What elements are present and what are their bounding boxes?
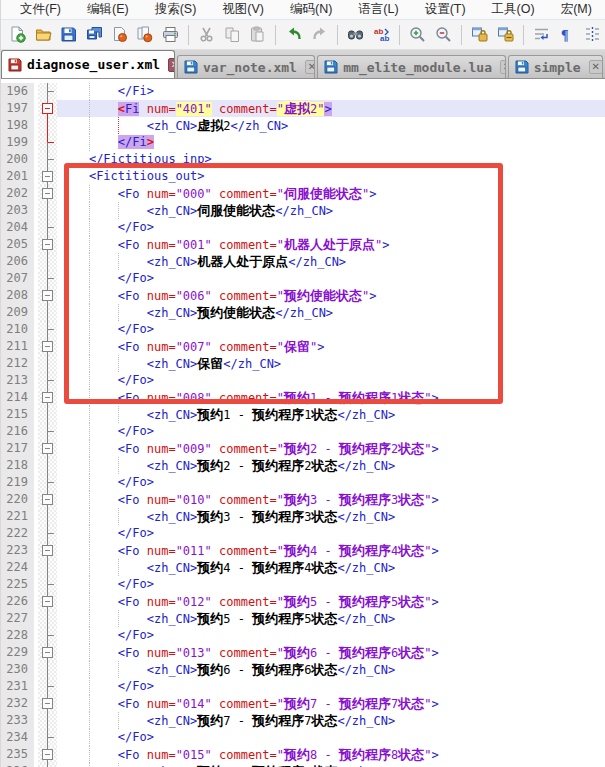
fold-toggle-icon[interactable] — [38, 236, 57, 253]
code-line-231[interactable]: 231 </Fo> — [1, 678, 605, 695]
tab-close-icon[interactable]: ✕ — [305, 60, 315, 74]
fold-toggle-icon[interactable] — [38, 389, 57, 406]
paste-icon — [248, 25, 267, 45]
menu-language[interactable]: 语言(L) — [345, 0, 411, 19]
code-line-219[interactable]: 219 </Fo> — [1, 474, 605, 491]
code-line-228[interactable]: 228 </Fo> — [1, 627, 605, 644]
new-file-icon[interactable] — [8, 25, 27, 45]
code-line-214[interactable]: 214 <Fo num="008" comment="预约1 - 预约程序1状态… — [1, 389, 605, 406]
menu-file[interactable]: 文件(F) — [7, 0, 74, 19]
tab-close-icon[interactable]: ✕ — [500, 60, 506, 74]
save-icon[interactable] — [59, 25, 78, 45]
fold-toggle-icon[interactable] — [38, 491, 57, 508]
code-line-207[interactable]: 207 </Fo> — [1, 270, 605, 287]
code-line-232[interactable]: 232 <Fo num="014" comment="预约7 - 预约程序7状态… — [1, 695, 605, 712]
fold-toggle-icon[interactable] — [38, 542, 57, 559]
code-line-202[interactable]: 202 <Fo num="000" comment="伺服使能状态"> — [1, 185, 605, 202]
menu-settings[interactable]: 设置(T) — [412, 0, 479, 19]
code-line-212[interactable]: 212 <zh_CN>保留</zh_CN> — [1, 355, 605, 372]
code-line-211[interactable]: 211 <Fo num="007" comment="保留"> — [1, 338, 605, 355]
menu-macro[interactable]: 宏(M) — [548, 0, 605, 19]
code-editor[interactable]: 196 </Fi>197 <Fi num="401" comment="虚拟2"… — [1, 79, 605, 767]
fold-toggle-icon[interactable] — [38, 440, 57, 457]
code-line-210[interactable]: 210 </Fo> — [1, 321, 605, 338]
tab-bar: diagnose_user.xml✕var_note.xml✕mm_elite_… — [1, 50, 605, 79]
undo-icon[interactable] — [284, 25, 303, 45]
code-line-230[interactable]: 230 <zh_CN>预约6 - 预约程序6状态</zh_CN> — [1, 661, 605, 678]
tab-simple[interactable]: simple✕ — [508, 55, 603, 78]
code-line-197[interactable]: 197 <Fi num="401" comment="虚拟2"> — [1, 100, 605, 117]
code-line-236[interactable]: 236 <zh_CN>预约8 - 预约程序8状态</zh_CN> — [1, 763, 605, 767]
code-line-198[interactable]: 198 <zh_CN>虚拟2</zh_CN> — [1, 117, 605, 134]
tab-mm_elite_module.lua[interactable]: mm_elite_module.lua✕ — [317, 55, 505, 78]
code-line-204[interactable]: 204 </Fo> — [1, 219, 605, 236]
find-icon[interactable] — [346, 25, 365, 45]
menu-tools[interactable]: 工具(O) — [479, 0, 548, 19]
code-line-201[interactable]: 201 <Fictitious_out> — [1, 168, 605, 185]
word-wrap-icon[interactable] — [532, 25, 551, 45]
code-line-227[interactable]: 227 <zh_CN>预约5 - 预约程序5状态</zh_CN> — [1, 610, 605, 627]
code-line-199[interactable]: 199 </Fi> — [1, 134, 605, 151]
fold-toggle-icon[interactable] — [38, 644, 57, 661]
close-icon[interactable] — [110, 25, 129, 45]
code-line-206[interactable]: 206 <zh_CN>机器人处于原点</zh_CN> — [1, 253, 605, 270]
show-all-chars-icon[interactable]: ¶ — [557, 25, 576, 45]
code-line-209[interactable]: 209 <zh_CN>预约使能状态</zh_CN> — [1, 304, 605, 321]
sync-scroll-h-icon[interactable] — [495, 25, 514, 45]
tab-var_note.xml[interactable]: var_note.xml✕ — [177, 55, 315, 78]
indent-guide-line — [89, 423, 90, 440]
fold-margin — [38, 202, 57, 219]
code-line-215[interactable]: 215 <zh_CN>预约1 - 预约程序1状态</zh_CN> — [1, 406, 605, 423]
code-line-216[interactable]: 216 </Fo> — [1, 423, 605, 440]
zoom-out-icon[interactable] — [433, 25, 452, 45]
tab-close-icon[interactable]: ✕ — [168, 58, 175, 72]
menu-encoding[interactable]: 编码(N) — [277, 0, 345, 19]
tab-diagnose_user.xml[interactable]: diagnose_user.xml✕ — [1, 50, 175, 78]
code-line-229[interactable]: 229 <Fo num="013" comment="预约6 - 预约程序6状态… — [1, 644, 605, 661]
replace-icon[interactable]: abab — [372, 25, 391, 45]
code-text: </Fo> — [57, 372, 605, 389]
close-all-icon[interactable] — [135, 25, 154, 45]
open-file-icon[interactable] — [33, 25, 52, 45]
code-line-213[interactable]: 213 </Fo> — [1, 372, 605, 389]
line-number: 202 — [1, 185, 34, 202]
fold-toggle-icon[interactable] — [38, 338, 57, 355]
menu-search[interactable]: 搜索(S) — [142, 0, 210, 19]
sync-scroll-v-icon[interactable] — [470, 25, 489, 45]
code-line-233[interactable]: 233 <zh_CN>预约7 - 预约程序7状态</zh_CN> — [1, 712, 605, 729]
code-line-200[interactable]: 200 </Fictitious_inp> — [1, 151, 605, 168]
code-line-208[interactable]: 208 <Fo num="006" comment="预约使能状态"> — [1, 287, 605, 304]
code-line-223[interactable]: 223 <Fo num="011" comment="预约4 - 预约程序4状态… — [1, 542, 605, 559]
code-line-224[interactable]: 224 <zh_CN>预约4 - 预约程序4状态</zh_CN> — [1, 559, 605, 576]
code-line-205[interactable]: 205 <Fo num="001" comment="机器人处于原点"> — [1, 236, 605, 253]
code-line-220[interactable]: 220 <Fo num="010" comment="预约3 - 预约程序3状态… — [1, 491, 605, 508]
fold-toggle-icon[interactable] — [38, 695, 57, 712]
fold-toggle-icon[interactable] — [38, 168, 57, 185]
code-line-203[interactable]: 203 <zh_CN>伺服使能状态</zh_CN> — [1, 202, 605, 219]
tab-close-icon[interactable]: ✕ — [589, 60, 603, 74]
fold-margin — [38, 678, 57, 695]
fold-toggle-icon[interactable] — [38, 746, 57, 763]
code-line-235[interactable]: 235 <Fo num="015" comment="预约8 - 预约程序8状态… — [1, 746, 605, 763]
code-line-217[interactable]: 217 <Fo num="009" comment="预约2 - 预约程序2状态… — [1, 440, 605, 457]
menu-view[interactable]: 视图(V) — [209, 0, 277, 19]
fold-toggle-icon[interactable] — [38, 593, 57, 610]
code-line-225[interactable]: 225 </Fo> — [1, 576, 605, 593]
code-line-218[interactable]: 218 <zh_CN>预约2 - 预约程序2状态</zh_CN> — [1, 457, 605, 474]
menu-edit[interactable]: 编辑(E) — [74, 0, 142, 19]
code-line-221[interactable]: 221 <zh_CN>预约3 - 预约程序3状态</zh_CN> — [1, 508, 605, 525]
fold-toggle-icon[interactable] — [38, 100, 57, 117]
fold-margin — [38, 576, 57, 593]
code-line-226[interactable]: 226 <Fo num="012" comment="预约5 - 预约程序5状态… — [1, 593, 605, 610]
code-text: </Fo> — [57, 627, 605, 644]
fold-toggle-icon[interactable] — [38, 185, 57, 202]
save-all-icon[interactable] — [84, 25, 103, 45]
print-icon[interactable] — [161, 25, 180, 45]
fold-toggle-icon[interactable] — [38, 287, 57, 304]
code-line-196[interactable]: 196 </Fi> — [1, 83, 605, 100]
zoom-in-icon[interactable] — [408, 25, 427, 45]
line-number: 235 — [1, 746, 34, 763]
code-line-234[interactable]: 234 </Fo> — [1, 729, 605, 746]
code-line-222[interactable]: 222 </Fo> — [1, 525, 605, 542]
indent-guide-icon[interactable] — [583, 25, 602, 45]
